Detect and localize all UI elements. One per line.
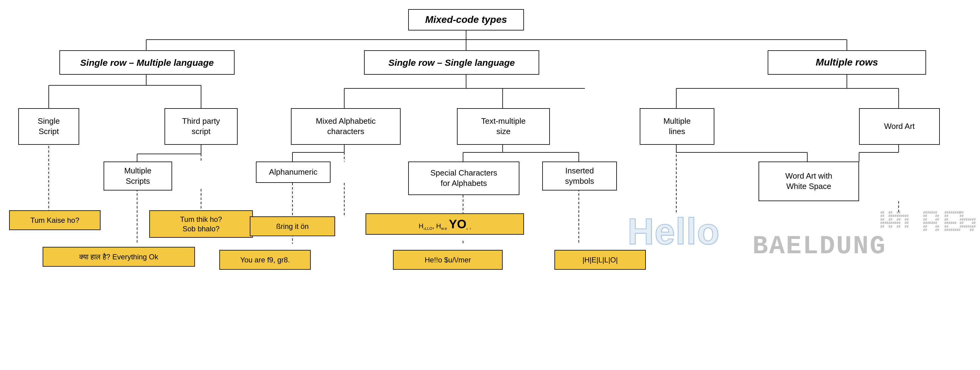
wordart-hello: Hello <box>628 210 720 252</box>
dotmatrix-pattern3: ######## ## ## ###### ## ######## <box>944 207 961 235</box>
mr-node: Multiple rows <box>768 50 926 75</box>
dotmatrix-pattern: ## ## ## ## ########## ## ## ## ## #####… <box>880 207 909 232</box>
mscripts-node: MultipleScripts <box>103 161 172 190</box>
wa-node: Word Art <box>859 108 940 145</box>
wordart-baeldung: BAELDUNG <box>752 232 886 261</box>
kya-haal-leaf: क्या हाल है? Everything Ok <box>43 247 195 267</box>
dotmatrix-pattern4: ## ## ######## ## ## ######## ## <box>959 207 976 235</box>
mac-node: Mixed Alphabeticcharacters <box>291 108 401 145</box>
dotmatrix-pattern2: ####### ## ## ## ## ####### ## ## ## ## <box>923 207 939 235</box>
sca-node: Special Charactersfor Alphabets <box>408 161 519 195</box>
srml-node: Single row – Multiple language <box>59 50 235 75</box>
hello-size-leaf: HₑLLO, Hw.e YOₖ ₇ <box>366 213 524 235</box>
tum-kaise-leaf: Tum Kaise ho? <box>9 210 100 230</box>
insym-node: Insertedsymbols <box>542 161 617 190</box>
hello-special-leaf: He!!o $u/\/mer <box>393 250 503 270</box>
srsl-node: Single row – Single language <box>364 50 539 75</box>
diagram: Mixed-code types Single row – Multiple l… <box>0 0 980 370</box>
tms-node: Text-multiplesize <box>457 108 550 145</box>
you-are-leaf: You are f9, gr8. <box>220 250 311 270</box>
ml-node: Multiplelines <box>640 108 714 145</box>
alphanumeric-node: Alphanumeric <box>256 161 331 183</box>
ss-node: SingleScript <box>18 108 79 145</box>
tum-thik-leaf: Tum thik ho?Sob bhalo? <box>149 210 253 238</box>
waws-node: Word Art withWhite Space <box>759 161 859 201</box>
root-node: Mixed-code types <box>408 9 524 30</box>
tps-node: Third partyscript <box>164 108 238 145</box>
helo-pipes-leaf: |H|E|L|L|O| <box>554 250 646 270</box>
bring-leaf: ßring it ön <box>250 216 335 236</box>
